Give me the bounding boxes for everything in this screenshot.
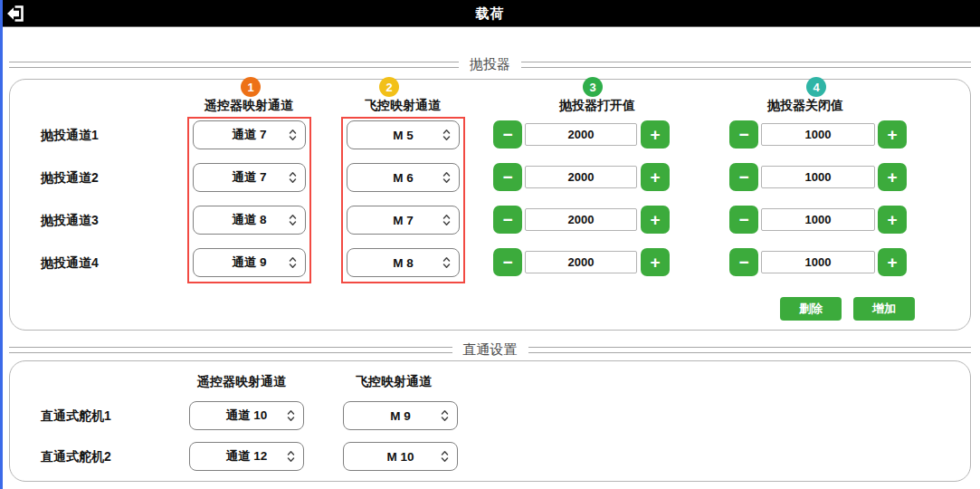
close-value-plus-button[interactable]: + [878,248,907,276]
close-value-minus-button[interactable]: − [729,120,758,149]
select-stepper-icon [289,214,297,226]
titlebar: 载荷 [0,0,980,27]
thrower-row-1: 抛投通道1 通道 7 M 5 − + − + [0,120,980,149]
divider-line [9,62,459,68]
divider-line [9,347,452,353]
close-value-minus-button[interactable]: − [729,163,758,191]
rc-channel-select[interactable]: 通道 9 [193,248,306,277]
select-stepper-icon [287,450,295,463]
fc-channel-select[interactable]: M 7 [347,206,460,235]
step-badge-4: 4 [806,77,826,97]
fc-channel-select[interactable]: M 9 [343,401,458,430]
select-value: M 10 [386,450,414,464]
close-value-input[interactable] [761,208,875,231]
select-stepper-icon [289,171,297,184]
thrower-row-2: 抛投通道2 通道 7 M 6 − + − + [0,163,980,192]
section-title-thrower: 抛投器 [470,56,510,73]
back-icon [5,3,26,24]
column-header-fc-channel: 飞控映射通道 [326,98,480,114]
row-label: 直通式舵机1 [41,401,111,430]
passthrough-row-1: 直通式舵机1 通道 10 M 9 [0,401,980,430]
row-label: 抛投通道3 [41,206,99,235]
step-badge-3: 3 [583,77,603,97]
add-button[interactable]: 增加 [853,297,915,321]
open-value-minus-button[interactable]: − [493,248,522,276]
section-title-passthrough: 直通设置 [463,341,518,359]
select-value: M 9 [390,409,411,423]
close-value-minus-button[interactable]: − [729,206,758,234]
select-stepper-icon [442,256,451,269]
open-value-input[interactable] [525,166,637,188]
fc-channel-select[interactable]: M 10 [343,442,458,471]
select-stepper-icon [441,450,449,463]
back-button[interactable] [4,2,27,24]
select-stepper-icon [442,129,451,141]
select-value: 通道 9 [232,254,266,271]
close-value-plus-button[interactable]: + [878,206,907,234]
rc-channel-select[interactable]: 通道 8 [193,206,306,235]
passthrough-row-2: 直通式舵机2 通道 12 M 10 [0,442,980,471]
divider-line [528,347,972,353]
select-value: 通道 7 [232,127,266,143]
close-value-input[interactable] [761,166,875,188]
open-value-plus-button[interactable]: + [641,120,670,149]
open-value-minus-button[interactable]: − [493,163,522,191]
open-value-minus-button[interactable]: − [493,206,522,234]
thrower-row-4: 抛投通道4 通道 9 M 8 − + − + [0,248,980,277]
payload-page: 载荷 抛投器 1 2 3 4 遥控器映射通道 飞控映射通道 抛投器打开值 抛投器… [0,0,980,489]
rc-channel-select[interactable]: 通道 10 [189,401,304,430]
open-value-plus-button[interactable]: + [641,248,670,276]
row-label: 直通式舵机2 [41,442,111,471]
fc-channel-select[interactable]: M 8 [347,248,460,277]
section-divider-thrower: 抛投器 [9,58,971,71]
column-header-fc-channel: 飞控映射通道 [317,374,471,390]
step-badge-1: 1 [241,77,261,97]
delete-button[interactable]: 删除 [780,297,842,321]
select-value: 通道 8 [232,212,266,228]
rc-channel-select[interactable]: 通道 12 [189,442,304,471]
page-title: 载荷 [0,0,980,26]
rc-channel-select[interactable]: 通道 7 [193,120,306,149]
window-left-edge [0,0,3,489]
open-value-plus-button[interactable]: + [641,163,670,191]
row-label: 抛投通道1 [41,120,99,149]
divider-line [521,62,971,68]
close-value-minus-button[interactable]: − [729,248,758,276]
select-stepper-icon [442,171,451,184]
select-stepper-icon [442,214,451,226]
open-value-input[interactable] [525,208,637,231]
row-label: 抛投通道4 [41,248,99,277]
thrower-row-3: 抛投通道3 通道 8 M 7 − + − + [0,206,980,235]
column-header-rc-channel: 遥控器映射通道 [172,98,326,114]
select-value: M 5 [393,129,414,142]
select-value: M 6 [393,171,414,185]
select-value: 通道 12 [226,448,268,465]
column-header-rc-channel: 遥控器映射通道 [165,374,319,390]
section-divider-passthrough: 直通设置 [9,343,971,356]
open-value-plus-button[interactable]: + [641,206,670,234]
select-value: M 8 [393,256,414,270]
fc-channel-select[interactable]: M 6 [347,163,460,192]
rc-channel-select[interactable]: 通道 7 [193,163,306,192]
select-value: 通道 7 [232,169,266,186]
select-stepper-icon [289,129,297,141]
close-value-plus-button[interactable]: + [878,120,907,149]
open-value-minus-button[interactable]: − [493,120,522,149]
row-label: 抛投通道2 [41,163,99,192]
fc-channel-select[interactable]: M 5 [347,120,460,149]
step-badge-2: 2 [379,77,399,97]
open-value-input[interactable] [525,123,637,146]
select-stepper-icon [287,409,295,422]
column-header-open-value: 抛投器打开值 [520,98,674,114]
select-value: 通道 10 [226,408,268,424]
select-stepper-icon [289,256,297,269]
close-value-input[interactable] [761,251,875,273]
close-value-plus-button[interactable]: + [878,163,907,191]
select-stepper-icon [441,409,449,422]
select-value: M 7 [393,214,414,227]
panel-thrower [9,79,971,331]
close-value-input[interactable] [761,123,875,146]
open-value-input[interactable] [525,251,637,273]
column-header-close-value: 抛投器关闭值 [728,98,882,114]
